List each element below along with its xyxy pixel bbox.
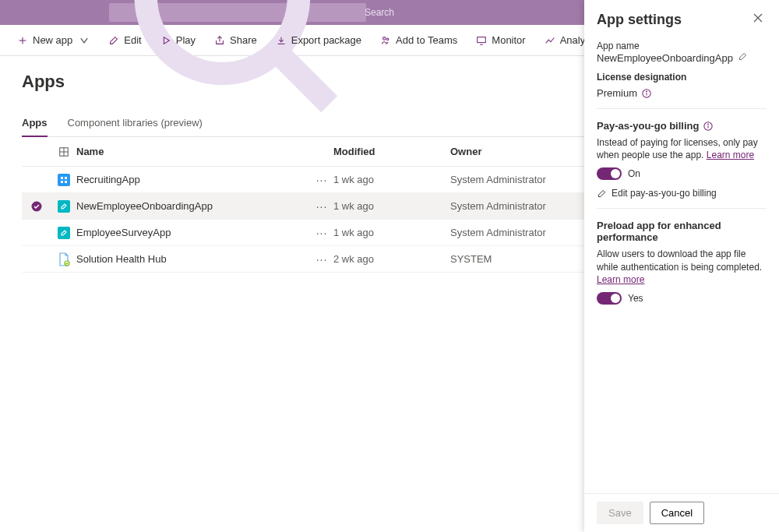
preload-title: Preload app for enhanced performance: [597, 220, 767, 243]
payg-toggle-label: On: [628, 168, 640, 179]
teams-icon: [380, 35, 391, 46]
owner-cell: System Administrator: [450, 200, 590, 212]
preload-toggle[interactable]: [597, 292, 622, 305]
payg-toggle[interactable]: [597, 167, 622, 180]
info-icon[interactable]: [703, 122, 713, 131]
share-icon: [214, 35, 225, 46]
check-icon: [31, 201, 42, 212]
learn-more-link[interactable]: Learn more: [597, 274, 644, 285]
payg-heading: Pay-as-you-go billing: [597, 120, 767, 132]
svg-rect-17: [65, 181, 67, 183]
modified-cell: 1 wk ago: [333, 200, 450, 212]
export-icon: [276, 35, 287, 46]
export-package-label: Export package: [291, 34, 361, 46]
edit-appname-button[interactable]: [738, 51, 748, 64]
payg-description: Instead of paying for licenses, only pay…: [597, 136, 767, 161]
plus-icon: [17, 35, 28, 46]
close-icon: [753, 12, 763, 23]
analytics-icon: [545, 35, 555, 46]
owner-cell: System Administrator: [450, 227, 590, 238]
payg-title: Pay-as-you-go billing: [597, 120, 699, 132]
license-value: Premium: [597, 87, 637, 99]
search-input[interactable]: [365, 7, 481, 18]
svg-point-6: [383, 37, 386, 40]
tab-apps[interactable]: Apps: [22, 112, 48, 136]
owner-cell: System Administrator: [450, 174, 590, 185]
app-type-icon: [58, 227, 70, 239]
app-name: EmployeeSurveyApp: [76, 227, 310, 238]
app-name: RecruitingApp: [76, 174, 310, 185]
svg-rect-15: [65, 177, 67, 179]
svg-rect-16: [61, 181, 63, 183]
row-more-button[interactable]: ···: [310, 200, 333, 213]
pencil-icon: [108, 35, 119, 46]
play-icon: [160, 35, 171, 46]
share-button[interactable]: Share: [206, 30, 265, 51]
row-more-button[interactable]: ···: [310, 174, 333, 186]
document-icon: [58, 252, 70, 266]
pencil-icon: [738, 51, 748, 62]
pencil-icon: [597, 188, 607, 199]
play-label: Play: [176, 34, 196, 46]
modified-cell: 1 wk ago: [333, 227, 450, 238]
preload-toggle-label: Yes: [628, 293, 643, 304]
svg-marker-5: [164, 37, 169, 44]
svg-point-7: [386, 37, 389, 40]
save-button[interactable]: Save: [597, 502, 643, 524]
close-button[interactable]: [749, 9, 767, 30]
share-label: Share: [230, 34, 257, 46]
app-type-icon: [58, 200, 70, 213]
appname-value: NewEmployeeOnboardingApp: [597, 52, 733, 64]
svg-rect-8: [478, 37, 486, 42]
cancel-button[interactable]: Cancel: [650, 502, 704, 524]
search-box[interactable]: [109, 3, 366, 22]
edit-payg-button[interactable]: Edit pay-as-you-go billing: [597, 188, 767, 199]
play-button[interactable]: Play: [153, 30, 203, 51]
add-to-teams-label: Add to Teams: [396, 34, 457, 46]
monitor-icon: [476, 35, 487, 46]
new-app-label: New app: [33, 34, 72, 46]
add-to-teams-button[interactable]: Add to Teams: [372, 30, 465, 51]
modified-cell: 1 wk ago: [333, 174, 450, 185]
edit-button[interactable]: Edit: [100, 30, 149, 51]
info-icon[interactable]: [642, 89, 651, 98]
chevron-down-icon: [79, 35, 90, 46]
appname-label: App name: [597, 41, 767, 51]
monitor-button[interactable]: Monitor: [468, 30, 533, 51]
app-type-icon: [58, 174, 70, 186]
svg-rect-14: [61, 177, 63, 179]
export-package-button[interactable]: Export package: [268, 30, 369, 51]
settings-panel: App settings App name NewEmployeeOnboard…: [584, 0, 779, 532]
row-more-button[interactable]: ···: [310, 227, 333, 239]
monitor-label: Monitor: [492, 34, 525, 46]
app-name: Solution Health Hub: [76, 253, 310, 265]
svg-point-27: [708, 124, 709, 125]
column-modified[interactable]: Modified: [333, 146, 450, 157]
svg-line-1: [284, 58, 330, 104]
preload-description: Allow users to download the app file whi…: [597, 248, 767, 286]
learn-more-link[interactable]: Learn more: [707, 150, 754, 160]
column-name[interactable]: Name: [76, 146, 310, 157]
svg-point-24: [647, 91, 647, 92]
modified-cell: 2 wk ago: [333, 253, 450, 265]
license-label: License designation: [597, 72, 767, 83]
preload-desc-text: Allow users to download the app file whi…: [597, 248, 762, 272]
app-name: NewEmployeeOnboardingApp: [76, 200, 310, 212]
column-owner[interactable]: Owner: [450, 146, 590, 157]
row-more-button[interactable]: ···: [310, 253, 333, 266]
tab-component-libraries[interactable]: Component libraries (preview): [68, 112, 203, 136]
view-icon[interactable]: [58, 146, 69, 157]
edit-label: Edit: [124, 34, 141, 46]
panel-title: App settings: [597, 12, 682, 28]
new-app-button[interactable]: New app: [9, 30, 97, 51]
owner-cell: SYSTEM: [450, 253, 590, 265]
edit-payg-label: Edit pay-as-you-go billing: [612, 188, 717, 199]
preload-heading: Preload app for enhanced performance: [597, 220, 767, 243]
